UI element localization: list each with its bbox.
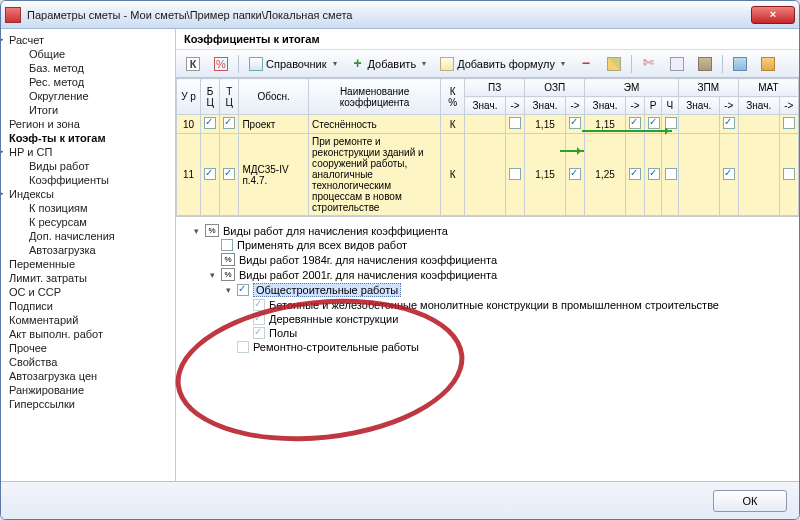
- sidebar-item[interactable]: Рес. метод: [1, 75, 175, 89]
- col-mat[interactable]: МАТ: [738, 79, 798, 97]
- checkbox[interactable]: [237, 341, 249, 353]
- col-ozp-a[interactable]: ->: [565, 97, 584, 115]
- checkbox[interactable]: [204, 117, 216, 129]
- worktype-item[interactable]: ▾%Виды работ для начисления коэффициента: [180, 223, 795, 238]
- checkbox[interactable]: [723, 117, 735, 129]
- sidebar-item[interactable]: Комментарий: [1, 313, 175, 327]
- sidebar-item[interactable]: Переменные: [1, 257, 175, 271]
- edit-button[interactable]: [601, 54, 627, 74]
- checkbox[interactable]: [629, 168, 641, 180]
- checkbox[interactable]: [253, 313, 265, 325]
- checkbox[interactable]: [665, 168, 677, 180]
- col-ur[interactable]: У р: [177, 79, 201, 115]
- worktype-item[interactable]: Деревянные конструкции: [180, 312, 795, 326]
- checkbox[interactable]: [783, 117, 795, 129]
- sidebar-item[interactable]: К ресурсам: [1, 215, 175, 229]
- checkbox[interactable]: [648, 117, 660, 129]
- col-name[interactable]: Наименование коэффициента: [309, 79, 441, 115]
- sidebar-item[interactable]: Коэф-ты к итогам: [1, 131, 175, 145]
- grid[interactable]: У р Б Ц Т Ц Обосн. Наименование коэффици…: [176, 78, 799, 217]
- sidebar-item[interactable]: Подписи: [1, 299, 175, 313]
- checkbox[interactable]: [509, 168, 521, 180]
- worktype-item[interactable]: Применять для всех видов работ: [180, 238, 795, 252]
- sidebar-item[interactable]: Расчет: [1, 33, 175, 47]
- col-zpm-a[interactable]: ->: [719, 97, 738, 115]
- sidebar-item[interactable]: Автозагрузка: [1, 243, 175, 257]
- col-em-v[interactable]: Знач.: [585, 97, 626, 115]
- close-button[interactable]: ×: [751, 6, 795, 24]
- sidebar-item[interactable]: Ранжирование: [1, 383, 175, 397]
- sidebar-item[interactable]: Итоги: [1, 103, 175, 117]
- col-em[interactable]: ЭМ: [585, 79, 679, 97]
- col-zpm-v[interactable]: Знач.: [678, 97, 719, 115]
- checkbox[interactable]: [223, 117, 235, 129]
- k-button[interactable]: К: [180, 54, 206, 74]
- col-zpm[interactable]: ЗПМ: [678, 79, 738, 97]
- open-button[interactable]: [755, 54, 781, 74]
- sidebar-item[interactable]: Прочее: [1, 341, 175, 355]
- checkbox[interactable]: [221, 239, 233, 251]
- sidebar-item[interactable]: Автозагрузка цен: [1, 369, 175, 383]
- copy-button[interactable]: [664, 54, 690, 74]
- col-tc[interactable]: Т Ц: [220, 79, 239, 115]
- cut-button[interactable]: ✄: [636, 54, 662, 74]
- ok-button[interactable]: ОК: [713, 490, 787, 512]
- checkbox[interactable]: [237, 284, 249, 296]
- paste-button[interactable]: [692, 54, 718, 74]
- checkbox[interactable]: [569, 117, 581, 129]
- sidebar-item[interactable]: Регион и зона: [1, 117, 175, 131]
- checkbox[interactable]: [723, 168, 735, 180]
- col-obosn[interactable]: Обосн.: [239, 79, 309, 115]
- col-pz-a[interactable]: ->: [505, 97, 524, 115]
- sidebar-item[interactable]: Акт выполн. работ: [1, 327, 175, 341]
- sidebar-item[interactable]: Свойства: [1, 355, 175, 369]
- col-kpct[interactable]: К %: [441, 79, 465, 115]
- col-em-r[interactable]: Р: [645, 97, 662, 115]
- worktype-item[interactable]: Ремонтно-строительные работы: [180, 340, 795, 354]
- sidebar-item[interactable]: К позициям: [1, 201, 175, 215]
- checkbox[interactable]: [629, 117, 641, 129]
- tree-twisty[interactable]: ▾: [224, 285, 233, 295]
- checkbox[interactable]: [253, 299, 265, 311]
- tree-twisty[interactable]: ▾: [208, 270, 217, 280]
- worktype-item[interactable]: Полы: [180, 326, 795, 340]
- sidebar-item[interactable]: НР и СП: [1, 145, 175, 159]
- table-row[interactable]: 10ПроектСтеснённостьК1,151,15: [177, 115, 799, 134]
- col-pz[interactable]: ПЗ: [465, 79, 525, 97]
- sidebar-item[interactable]: Индексы: [1, 187, 175, 201]
- add-formula-button[interactable]: Добавить формулу: [434, 54, 571, 74]
- save-button[interactable]: [727, 54, 753, 74]
- checkbox[interactable]: [253, 327, 265, 339]
- sidebar-item[interactable]: ОС и ССР: [1, 285, 175, 299]
- col-pz-v[interactable]: Знач.: [465, 97, 506, 115]
- k-percent-button[interactable]: %: [208, 54, 234, 74]
- worktype-item[interactable]: %Виды работ 1984г. для начисления коэффи…: [180, 252, 795, 267]
- sidebar-item[interactable]: Лимит. затраты: [1, 271, 175, 285]
- sidebar-item[interactable]: Гиперссылки: [1, 397, 175, 411]
- worktype-item[interactable]: ▾Общестроительные работы: [180, 282, 795, 298]
- checkbox[interactable]: [223, 168, 235, 180]
- checkbox[interactable]: [204, 168, 216, 180]
- worktype-item[interactable]: ▾%Виды работ 2001г. для начисления коэфф…: [180, 267, 795, 282]
- table-row[interactable]: 11МДС35-IV п.4.7.При ремонте и реконстру…: [177, 134, 799, 216]
- add-button[interactable]: +Добавить: [345, 54, 433, 74]
- col-mat-v[interactable]: Знач.: [738, 97, 779, 115]
- col-ozp-v[interactable]: Знач.: [525, 97, 566, 115]
- col-em-a[interactable]: ->: [625, 97, 644, 115]
- checkbox[interactable]: [648, 168, 660, 180]
- checkbox[interactable]: [783, 168, 795, 180]
- sidebar-item[interactable]: Общие: [1, 47, 175, 61]
- sidebar-item[interactable]: Коэффициенты: [1, 173, 175, 187]
- checkbox[interactable]: [569, 168, 581, 180]
- col-bc[interactable]: Б Ц: [201, 79, 220, 115]
- col-em-ch[interactable]: Ч: [661, 97, 678, 115]
- sidebar-item[interactable]: Доп. начисления: [1, 229, 175, 243]
- sidebar-item[interactable]: Округление: [1, 89, 175, 103]
- reference-button[interactable]: Справочник: [243, 54, 343, 74]
- remove-button[interactable]: −: [573, 54, 599, 74]
- col-ozp[interactable]: ОЗП: [525, 79, 585, 97]
- sidebar-item[interactable]: Баз. метод: [1, 61, 175, 75]
- tree-twisty[interactable]: ▾: [192, 226, 201, 236]
- checkbox[interactable]: [509, 117, 521, 129]
- worktype-item[interactable]: Бетонные и железобетонные монолитные кон…: [180, 298, 795, 312]
